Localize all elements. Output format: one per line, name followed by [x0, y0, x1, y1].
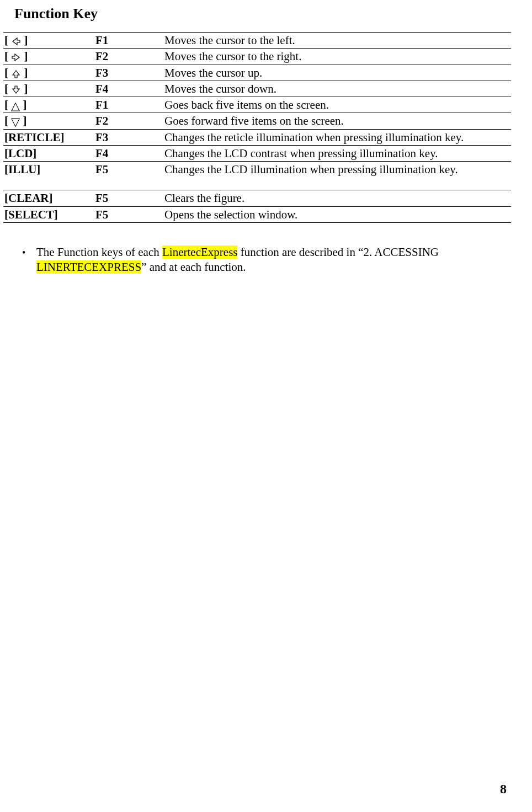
description-cell: Clears the figure. [163, 190, 511, 206]
key-icon-cell: [ ] [3, 65, 94, 81]
bullet-icon: • [22, 245, 28, 260]
table-row: [ ]F2Moves the cursor to the right. [3, 49, 511, 65]
key-icon-cell: [SELECT] [3, 206, 94, 222]
key-icon-cell: [ ] [3, 49, 94, 65]
note-highlight-1: LinertecExpress [162, 245, 237, 259]
description-cell: Goes back five items on the screen. [163, 97, 511, 113]
key-icon-cell: [ ] [3, 81, 94, 97]
note-text: The Function keys of each LinertecExpres… [36, 245, 510, 275]
description-cell: Changes the LCD contrast when pressing i… [163, 145, 511, 161]
fkey-cell: F4 [94, 145, 163, 161]
key-icon-cell: [ △ ] [3, 97, 94, 113]
table-row: [ ]F4Moves the cursor down. [3, 81, 511, 97]
note-pre: The Function keys of each [36, 245, 162, 259]
description-cell: Moves the cursor to the right. [163, 49, 511, 65]
table-row: [CLEAR]F5Clears the figure. [3, 190, 511, 206]
fkey-cell: F4 [94, 81, 163, 97]
description-cell: Changes the LCD illumination when pressi… [163, 162, 511, 190]
key-icon-cell: [ ▽ ] [3, 113, 94, 129]
fkey-cell: F1 [94, 33, 163, 49]
key-icon-cell: [LCD] [3, 145, 94, 161]
fkey-cell: F5 [94, 162, 163, 190]
fkey-cell: F3 [94, 129, 163, 145]
key-icon-cell: [ILLU] [3, 162, 94, 190]
table-row: [ILLU]F5Changes the LCD illumination whe… [3, 162, 511, 190]
description-cell: Moves the cursor down. [163, 81, 511, 97]
description-cell: Moves the cursor to the left. [163, 33, 511, 49]
key-icon-cell: [RETICLE] [3, 129, 94, 145]
key-icon-cell: [CLEAR] [3, 190, 94, 206]
table-row: [LCD]F4Changes the LCD contrast when pre… [3, 145, 511, 161]
note-highlight-2: LINERTECEXPRESS [36, 260, 141, 274]
note-block: • The Function keys of each LinertecExpr… [22, 245, 526, 275]
fkey-cell: F5 [94, 190, 163, 206]
fkey-cell: F2 [94, 113, 163, 129]
note-mid: function are described in “2. ACCESSING [237, 245, 439, 259]
description-cell: Changes the reticle illumination when pr… [163, 129, 511, 145]
fkey-cell: F3 [94, 65, 163, 81]
table-row: [SELECT]F5Opens the selection window. [3, 206, 511, 222]
table-row: [RETICLE]F3Changes the reticle illuminat… [3, 129, 511, 145]
table-row: [ ]F3Moves the cursor up. [3, 65, 511, 81]
function-key-table: [ ]F1Moves the cursor to the left.[ ]F2M… [3, 32, 511, 223]
fkey-cell: F1 [94, 97, 163, 113]
table-row: [ ▽ ]F2Goes forward five items on the sc… [3, 113, 511, 129]
description-cell: Goes forward five items on the screen. [163, 113, 511, 129]
table-row: [ △ ]F1Goes back five items on the scree… [3, 97, 511, 113]
key-icon-cell: [ ] [3, 33, 94, 49]
fkey-cell: F5 [94, 206, 163, 222]
note-post: ” and at each function. [141, 260, 246, 274]
section-title: Function Key [14, 6, 526, 22]
table-row: [ ]F1Moves the cursor to the left. [3, 33, 511, 49]
page-number: 8 [500, 782, 507, 797]
description-cell: Opens the selection window. [163, 206, 511, 222]
description-cell: Moves the cursor up. [163, 65, 511, 81]
fkey-cell: F2 [94, 49, 163, 65]
